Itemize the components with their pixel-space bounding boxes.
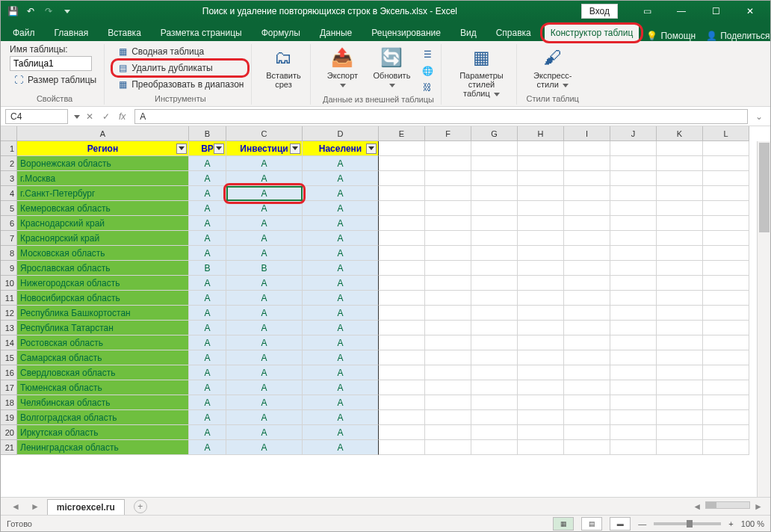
quick-access-toolbar: 💾 ↶ ↷ xyxy=(1,6,78,16)
column-header[interactable]: L xyxy=(703,126,749,141)
qat-dropdown-icon[interactable] xyxy=(61,10,72,13)
lightbulb-icon: 💡 xyxy=(646,31,657,41)
tab-data[interactable]: Данные xyxy=(314,25,358,41)
tell-me-button[interactable]: 💡Помощн xyxy=(646,31,696,41)
zoom-out-button[interactable]: — xyxy=(638,519,646,528)
tab-table-design[interactable]: Конструктор таблиц xyxy=(545,25,640,41)
column-header[interactable]: B xyxy=(189,126,226,141)
ribbon-options-icon[interactable]: ▭ xyxy=(634,6,660,16)
group-properties: Имя таблицы: ⛶Размер таблицы Свойства xyxy=(5,44,105,105)
sheet-tabs-bar: ◄ ► microexcel.ru + ◄ ► xyxy=(1,497,770,515)
app-window: 💾 ↶ ↷ Поиск и удаление повторяющихся стр… xyxy=(0,0,771,532)
insert-slicer-button[interactable]: 🗂 Вставитьсрез xyxy=(261,44,306,90)
minimize-button[interactable]: — xyxy=(669,6,694,16)
share-icon: 👤 xyxy=(706,31,717,41)
view-page-button[interactable]: ▤ xyxy=(581,517,602,531)
table-name-label: Имя таблицы: xyxy=(10,44,99,55)
column-header[interactable]: K xyxy=(657,126,703,141)
column-header[interactable]: I xyxy=(564,126,610,141)
open-browser-button[interactable]: 🌐 xyxy=(418,64,436,78)
browser-icon: 🌐 xyxy=(421,65,433,77)
group-style-options: ▦ Параметрыстилей таблиц xyxy=(446,44,517,105)
properties-icon: ☰ xyxy=(421,49,433,61)
tab-view[interactable]: Вид xyxy=(454,25,483,41)
column-header[interactable]: J xyxy=(610,126,657,141)
refresh-button[interactable]: 🔄 Обновить xyxy=(369,44,414,90)
convert-icon: ▦ xyxy=(117,78,128,90)
resize-table-button[interactable]: ⛶Размер таблицы xyxy=(10,72,99,87)
filter-button[interactable] xyxy=(290,143,300,154)
column-header[interactable]: A xyxy=(17,126,189,141)
sheet-tab[interactable]: microexcel.ru xyxy=(47,499,125,515)
sheet-nav-next[interactable]: ► xyxy=(28,501,43,512)
formula-input[interactable]: A xyxy=(134,109,748,124)
style-options-icon: ▦ xyxy=(469,46,493,69)
title-bar: 💾 ↶ ↷ Поиск и удаление повторяющихся стр… xyxy=(1,1,770,22)
duplicates-icon: ▤ xyxy=(117,62,128,74)
maximize-button[interactable]: ☐ xyxy=(703,6,728,16)
unlink-button[interactable]: ⛓ xyxy=(418,80,436,95)
column-header[interactable]: E xyxy=(379,126,425,141)
properties-button[interactable]: ☰ xyxy=(418,47,436,62)
name-box[interactable]: C4 xyxy=(5,109,68,124)
login-button[interactable]: Вход xyxy=(581,4,618,19)
save-icon[interactable]: 💾 xyxy=(7,6,19,16)
spreadsheet-grid[interactable]: ABCDEFGHIJKL1РегионВРИнвестициНаселени2В… xyxy=(1,126,770,497)
pivot-table-button[interactable]: ▦Сводная таблица xyxy=(114,44,247,59)
fx-icon[interactable]: fx xyxy=(117,111,127,122)
zoom-level: 100 % xyxy=(741,519,764,528)
undo-icon[interactable]: ↶ xyxy=(25,6,37,16)
sheet-nav-prev[interactable]: ◄ xyxy=(8,501,23,512)
redo-icon[interactable]: ↷ xyxy=(43,6,55,16)
tab-formulas[interactable]: Формулы xyxy=(256,25,306,41)
status-ready: Готово xyxy=(7,519,32,528)
horizontal-scrollbar[interactable] xyxy=(705,501,750,509)
table-style-options-button[interactable]: ▦ Параметрыстилей таблиц xyxy=(450,44,512,99)
pivot-icon: ▦ xyxy=(117,46,128,58)
table-name-input[interactable] xyxy=(10,56,92,71)
share-button[interactable]: 👤Поделиться xyxy=(706,31,770,41)
column-header[interactable]: F xyxy=(425,126,471,141)
export-icon: 📤 xyxy=(330,46,354,69)
resize-icon: ⛶ xyxy=(13,74,25,86)
remove-duplicates-button[interactable]: ▤Удалить дубликаты xyxy=(114,61,247,75)
view-normal-button[interactable]: ▦ xyxy=(553,517,574,531)
cancel-formula-icon[interactable]: ✕ xyxy=(84,111,95,122)
column-header[interactable]: H xyxy=(518,126,564,141)
convert-to-range-button[interactable]: ▦Преобразовать в диапазон xyxy=(114,77,247,92)
refresh-icon: 🔄 xyxy=(380,46,403,69)
vertical-scrollbar[interactable] xyxy=(757,141,770,497)
group-table-styles: 🖌 Экспресс-стили Стили таблиц xyxy=(521,44,583,105)
export-button[interactable]: 📤 Экспорт xyxy=(320,44,365,90)
ribbon: Имя таблицы: ⛶Размер таблицы Свойства ▦С… xyxy=(1,41,770,107)
tab-layout[interactable]: Разметка страницы xyxy=(155,25,248,41)
zoom-slider[interactable] xyxy=(654,522,721,525)
group-tools: ▦Сводная таблица ▤Удалить дубликаты ▦Пре… xyxy=(109,44,252,105)
tab-file[interactable]: Файл xyxy=(7,25,41,41)
status-bar: Готово ▦ ▤ ▬ — + 100 % xyxy=(1,515,770,531)
zoom-in-button[interactable]: + xyxy=(728,519,733,528)
add-sheet-button[interactable]: + xyxy=(134,500,147,513)
close-button[interactable]: ✕ xyxy=(737,6,763,16)
column-header[interactable]: G xyxy=(471,126,518,141)
column-header[interactable]: C xyxy=(226,126,303,141)
enter-formula-icon[interactable]: ✓ xyxy=(101,111,111,122)
filter-button[interactable] xyxy=(214,143,224,154)
group-slicer: 🗂 Вставитьсрез xyxy=(256,44,311,105)
quick-styles-button[interactable]: 🖌 Экспресс-стили xyxy=(530,44,575,90)
window-buttons: ▭ — ☐ ✕ xyxy=(627,6,770,16)
slicer-icon: 🗂 xyxy=(271,46,295,69)
formula-bar: C4 ✕ ✓ fx A ⌄ xyxy=(1,107,770,126)
expand-formula-icon[interactable]: ⌄ xyxy=(752,111,766,122)
tab-insert[interactable]: Вставка xyxy=(102,25,147,41)
tab-review[interactable]: Рецензирование xyxy=(365,25,447,41)
tab-help[interactable]: Справка xyxy=(490,25,537,41)
filter-button[interactable] xyxy=(366,143,377,154)
group-external: 📤 Экспорт 🔄 Обновить ☰ 🌐 ⛓ Данные из вне… xyxy=(315,44,442,105)
tab-home[interactable]: Главная xyxy=(49,25,95,41)
filter-button[interactable] xyxy=(176,143,187,154)
column-header[interactable]: D xyxy=(303,126,379,141)
view-break-button[interactable]: ▬ xyxy=(610,517,631,531)
ribbon-tabs: Файл Главная Вставка Разметка страницы Ф… xyxy=(1,22,770,41)
window-title: Поиск и удаление повторяющихся строк в Э… xyxy=(78,6,581,16)
